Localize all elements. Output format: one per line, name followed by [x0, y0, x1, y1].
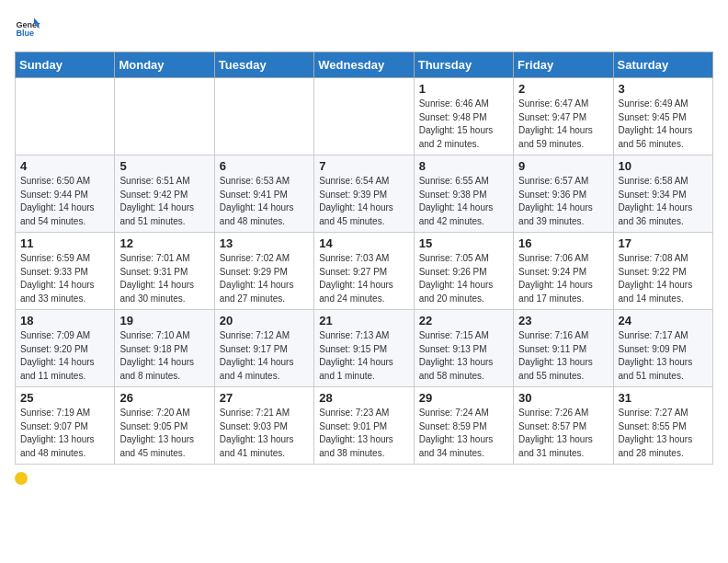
calendar-day-header: Thursday	[414, 52, 513, 78]
day-info: Sunrise: 7:10 AMSunset: 9:18 PMDaylight:…	[119, 329, 209, 383]
calendar-cell: 1Sunrise: 6:46 AMSunset: 9:48 PMDaylight…	[414, 78, 513, 155]
calendar-cell	[16, 78, 115, 155]
calendar-cell: 18Sunrise: 7:09 AMSunset: 9:20 PMDayligh…	[16, 310, 115, 387]
day-number: 30	[518, 391, 608, 405]
day-number: 31	[619, 391, 708, 405]
day-number: 4	[20, 159, 109, 173]
calendar-day-header: Sunday	[16, 52, 115, 78]
day-info: Sunrise: 7:03 AMSunset: 9:27 PMDaylight:…	[319, 252, 408, 305]
calendar-day-header: Monday	[115, 52, 214, 78]
day-number: 19	[119, 314, 209, 327]
calendar-table: SundayMondayTuesdayWednesdayThursdayFrid…	[15, 52, 713, 465]
day-number: 29	[419, 391, 508, 405]
day-number: 16	[518, 236, 608, 250]
calendar-cell: 4Sunrise: 6:50 AMSunset: 9:44 PMDaylight…	[16, 155, 115, 233]
day-number: 18	[20, 314, 109, 327]
calendar-day-header: Friday	[514, 52, 613, 78]
day-info: Sunrise: 7:19 AMSunset: 9:07 PMDaylight:…	[20, 407, 109, 460]
day-number: 24	[619, 314, 708, 327]
calendar-cell: 6Sunrise: 6:53 AMSunset: 9:41 PMDaylight…	[214, 155, 313, 233]
footer-note	[15, 472, 713, 485]
calendar-cell: 7Sunrise: 6:54 AMSunset: 9:39 PMDaylight…	[314, 155, 414, 233]
day-number: 1	[419, 82, 508, 96]
day-info: Sunrise: 7:23 AMSunset: 9:01 PMDaylight:…	[319, 407, 408, 460]
calendar-cell: 27Sunrise: 7:21 AMSunset: 9:03 PMDayligh…	[214, 387, 313, 465]
svg-text:Blue: Blue	[16, 29, 34, 38]
calendar-cell	[214, 78, 313, 155]
calendar-cell: 2Sunrise: 6:47 AMSunset: 9:47 PMDaylight…	[514, 78, 613, 155]
calendar-cell: 11Sunrise: 6:59 AMSunset: 9:33 PMDayligh…	[16, 233, 115, 310]
calendar-cell: 13Sunrise: 7:02 AMSunset: 9:29 PMDayligh…	[214, 233, 313, 310]
day-number: 28	[319, 391, 408, 405]
sun-icon	[15, 472, 28, 485]
day-info: Sunrise: 7:17 AMSunset: 9:09 PMDaylight:…	[619, 329, 708, 383]
calendar-cell: 12Sunrise: 7:01 AMSunset: 9:31 PMDayligh…	[115, 233, 214, 310]
day-number: 21	[319, 314, 408, 327]
day-info: Sunrise: 6:57 AMSunset: 9:36 PMDaylight:…	[518, 175, 608, 228]
logo: General Blue	[15, 15, 40, 40]
calendar-cell	[314, 78, 414, 155]
calendar-cell: 3Sunrise: 6:49 AMSunset: 9:45 PMDaylight…	[613, 78, 712, 155]
calendar-week-row: 11Sunrise: 6:59 AMSunset: 9:33 PMDayligh…	[16, 233, 713, 310]
day-number: 27	[220, 391, 309, 405]
calendar-cell: 24Sunrise: 7:17 AMSunset: 9:09 PMDayligh…	[613, 310, 712, 387]
calendar-cell: 21Sunrise: 7:13 AMSunset: 9:15 PMDayligh…	[314, 310, 414, 387]
day-info: Sunrise: 7:26 AMSunset: 8:57 PMDaylight:…	[518, 407, 608, 460]
calendar-cell: 26Sunrise: 7:20 AMSunset: 9:05 PMDayligh…	[115, 387, 214, 465]
day-info: Sunrise: 6:54 AMSunset: 9:39 PMDaylight:…	[319, 175, 408, 228]
day-info: Sunrise: 6:46 AMSunset: 9:48 PMDaylight:…	[419, 98, 508, 151]
day-number: 3	[619, 82, 708, 96]
day-number: 10	[619, 159, 708, 173]
day-info: Sunrise: 6:50 AMSunset: 9:44 PMDaylight:…	[20, 175, 109, 228]
day-number: 2	[518, 82, 608, 96]
day-number: 26	[119, 391, 209, 405]
day-info: Sunrise: 7:02 AMSunset: 9:29 PMDaylight:…	[220, 252, 309, 305]
day-info: Sunrise: 7:16 AMSunset: 9:11 PMDaylight:…	[518, 329, 608, 383]
day-info: Sunrise: 6:47 AMSunset: 9:47 PMDaylight:…	[518, 98, 608, 151]
day-info: Sunrise: 7:06 AMSunset: 9:24 PMDaylight:…	[518, 252, 608, 305]
day-info: Sunrise: 6:49 AMSunset: 9:45 PMDaylight:…	[619, 98, 708, 151]
day-info: Sunrise: 7:24 AMSunset: 8:59 PMDaylight:…	[419, 407, 508, 460]
calendar-cell: 14Sunrise: 7:03 AMSunset: 9:27 PMDayligh…	[314, 233, 414, 310]
day-number: 8	[419, 159, 508, 173]
calendar-cell: 9Sunrise: 6:57 AMSunset: 9:36 PMDaylight…	[514, 155, 613, 233]
calendar-cell: 16Sunrise: 7:06 AMSunset: 9:24 PMDayligh…	[514, 233, 613, 310]
day-info: Sunrise: 6:55 AMSunset: 9:38 PMDaylight:…	[419, 175, 508, 228]
calendar-cell: 31Sunrise: 7:27 AMSunset: 8:55 PMDayligh…	[613, 387, 712, 465]
day-info: Sunrise: 7:27 AMSunset: 8:55 PMDaylight:…	[619, 407, 708, 460]
calendar-cell: 20Sunrise: 7:12 AMSunset: 9:17 PMDayligh…	[214, 310, 313, 387]
day-number: 23	[518, 314, 608, 327]
calendar-cell: 8Sunrise: 6:55 AMSunset: 9:38 PMDaylight…	[414, 155, 513, 233]
day-number: 15	[419, 236, 508, 250]
day-number: 17	[619, 236, 708, 250]
calendar-cell: 5Sunrise: 6:51 AMSunset: 9:42 PMDaylight…	[115, 155, 214, 233]
calendar-cell: 17Sunrise: 7:08 AMSunset: 9:22 PMDayligh…	[613, 233, 712, 310]
page-header: General Blue	[15, 15, 713, 40]
calendar-cell: 29Sunrise: 7:24 AMSunset: 8:59 PMDayligh…	[414, 387, 513, 465]
day-number: 5	[119, 159, 209, 173]
calendar-header-row: SundayMondayTuesdayWednesdayThursdayFrid…	[16, 52, 713, 78]
calendar-cell: 28Sunrise: 7:23 AMSunset: 9:01 PMDayligh…	[314, 387, 414, 465]
calendar-cell: 15Sunrise: 7:05 AMSunset: 9:26 PMDayligh…	[414, 233, 513, 310]
calendar-cell: 10Sunrise: 6:58 AMSunset: 9:34 PMDayligh…	[613, 155, 712, 233]
day-info: Sunrise: 6:58 AMSunset: 9:34 PMDaylight:…	[619, 175, 708, 228]
calendar-cell: 30Sunrise: 7:26 AMSunset: 8:57 PMDayligh…	[514, 387, 613, 465]
logo-icon: General Blue	[15, 15, 40, 40]
calendar-cell: 25Sunrise: 7:19 AMSunset: 9:07 PMDayligh…	[16, 387, 115, 465]
day-number: 20	[220, 314, 309, 327]
day-info: Sunrise: 7:08 AMSunset: 9:22 PMDaylight:…	[619, 252, 708, 305]
day-info: Sunrise: 7:13 AMSunset: 9:15 PMDaylight:…	[319, 329, 408, 383]
calendar-week-row: 18Sunrise: 7:09 AMSunset: 9:20 PMDayligh…	[16, 310, 713, 387]
day-number: 9	[518, 159, 608, 173]
day-info: Sunrise: 6:53 AMSunset: 9:41 PMDaylight:…	[220, 175, 309, 228]
calendar-day-header: Saturday	[613, 52, 712, 78]
day-number: 13	[220, 236, 309, 250]
day-info: Sunrise: 7:09 AMSunset: 9:20 PMDaylight:…	[20, 329, 109, 383]
calendar-cell	[115, 78, 214, 155]
day-info: Sunrise: 6:59 AMSunset: 9:33 PMDaylight:…	[20, 252, 109, 305]
day-info: Sunrise: 6:51 AMSunset: 9:42 PMDaylight:…	[119, 175, 209, 228]
day-number: 12	[119, 236, 209, 250]
calendar-day-header: Tuesday	[214, 52, 313, 78]
calendar-cell: 23Sunrise: 7:16 AMSunset: 9:11 PMDayligh…	[514, 310, 613, 387]
calendar-cell: 22Sunrise: 7:15 AMSunset: 9:13 PMDayligh…	[414, 310, 513, 387]
